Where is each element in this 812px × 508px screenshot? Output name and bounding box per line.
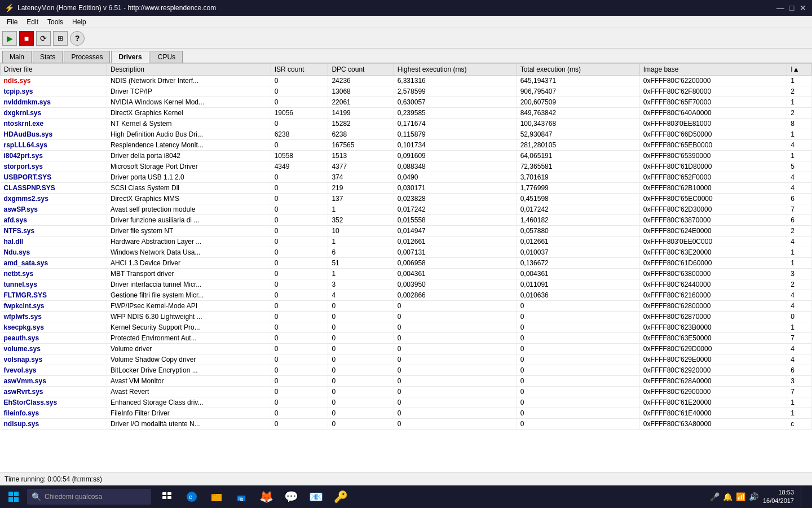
tab-drivers[interactable]: Drivers <box>111 51 149 63</box>
table-row[interactable]: ntoskrnl.exeNT Kernel & System0152820,17… <box>1 119 812 129</box>
cell-6: 0xFFFF80C'62800000 <box>639 301 787 312</box>
table-row[interactable]: dxgkrnl.sysDirectX Graphics Kernel190561… <box>1 108 812 119</box>
cell-7: 2 <box>787 226 812 237</box>
taskbar-search[interactable]: 🔍 Chiedemi qualcosa <box>27 489 151 505</box>
notification-icon[interactable]: 🔔 <box>723 492 732 501</box>
tab-processes[interactable]: Processes <box>64 51 110 63</box>
col-isr-count[interactable]: ISR count <box>271 64 328 76</box>
maximize-button[interactable]: □ <box>787 3 796 12</box>
table-row[interactable]: aswSP.sysAvast self protection module010… <box>1 204 812 215</box>
table-row[interactable]: rspLLL64.sysResplendence Latency Monit..… <box>1 140 812 151</box>
table-row[interactable]: volsnap.sysVolume Shadow Copy driver0000… <box>1 354 812 365</box>
col-image-base[interactable]: Image base <box>639 64 787 76</box>
cell-1: Gestione filtri file system Micr... <box>107 290 271 301</box>
table-row[interactable]: dxgmms2.sysDirectX Graphics MMS01370,023… <box>1 194 812 204</box>
cell-4: 6,331316 <box>394 76 517 86</box>
menu-edit[interactable]: Edit <box>22 17 43 27</box>
cell-7: 6 <box>787 365 812 376</box>
table-row[interactable]: afd.sysDriver funzione ausiliaria di ...… <box>1 215 812 226</box>
table-row[interactable]: netbt.sysMBT Transport driver010,0043610… <box>1 269 812 279</box>
cell-5: 0 <box>517 376 639 387</box>
app7-button[interactable]: 📧 <box>304 485 327 508</box>
table-row[interactable]: tcpip.sysDriver TCP/IP0130682,578599906,… <box>1 86 812 97</box>
task-view-button[interactable] <box>156 485 178 508</box>
table-row[interactable]: fwpkclnt.sysFWP/IPsec Kernel-Mode API000… <box>1 301 812 312</box>
clock[interactable]: 18:53 16/04/2017 <box>763 488 794 506</box>
tab-main[interactable]: Main <box>2 51 32 63</box>
table-row[interactable]: hal.dllHardware Abstraction Layer ...010… <box>1 237 812 247</box>
table-row[interactable]: wfplwfs.sysWFP NDIS 6.30 Lightweight ...… <box>1 312 812 322</box>
minimize-button[interactable]: — <box>776 3 785 12</box>
cell-1: High Definition Audio Bus Dri... <box>107 129 271 140</box>
table-row[interactable]: aswVmm.sysAvast VM Monitor00000xFFFF80C'… <box>1 376 812 387</box>
svg-rect-2 <box>8 497 13 502</box>
cell-2: 10558 <box>271 151 328 161</box>
cell-7: 4 <box>787 237 812 247</box>
volume-icon[interactable]: 🔊 <box>749 492 758 501</box>
cell-5: 200,607509 <box>517 97 639 108</box>
col-description[interactable]: Description <box>107 64 271 76</box>
cell-3: 10 <box>328 226 394 237</box>
table-row[interactable]: i8042prt.sysDriver della porta i80421055… <box>1 151 812 161</box>
table-row[interactable]: FLTMGR.SYSGestione filtri file system Mi… <box>1 290 812 301</box>
table-row[interactable]: storport.sysMicrosoft Storage Port Drive… <box>1 161 812 172</box>
table-row[interactable]: aswRvrt.sysAvast Revert00000xFFFF80C'629… <box>1 387 812 397</box>
copy-button[interactable]: ⊞ <box>53 31 68 46</box>
cell-5: 0 <box>517 312 639 322</box>
table-row[interactable]: HDAudBus.sysHigh Definition Audio Bus Dr… <box>1 129 812 140</box>
tab-cpus[interactable]: CPUs <box>151 51 183 63</box>
show-desktop-button[interactable] <box>801 487 805 507</box>
table-row[interactable]: ndis.sysNDIS (Network Driver Interf...02… <box>1 76 812 86</box>
app8-button[interactable]: 🔑 <box>329 485 352 508</box>
col-dpc-count[interactable]: DPC count <box>328 64 394 76</box>
cell-0: NTFS.sys <box>1 226 107 237</box>
cell-2: 0 <box>271 258 328 269</box>
table-row[interactable]: tunnel.sysDriver interfaccia tunnel Micr… <box>1 279 812 290</box>
menu-file[interactable]: File <box>2 17 22 27</box>
cell-2: 0 <box>271 194 328 204</box>
table-row[interactable]: nvlddmkm.sysNVIDIA Windows Kernel Mod...… <box>1 97 812 108</box>
close-button[interactable]: ✕ <box>798 3 807 12</box>
table-row[interactable]: Ndu.sysWindows Network Data Usa...060,00… <box>1 247 812 258</box>
cell-6: 0xFFFF80C'66D50000 <box>639 129 787 140</box>
edge-button[interactable]: e <box>180 485 203 508</box>
cell-3: 0 <box>328 322 394 333</box>
table-row[interactable]: ksecpkg.sysKernel Security Support Pro..… <box>1 322 812 333</box>
table-row[interactable]: CLASSPNP.SYSSCSI Class System Dll02190,0… <box>1 183 812 194</box>
stop-button[interactable]: ■ <box>19 31 34 46</box>
network-icon[interactable]: 📶 <box>736 492 745 501</box>
col-driver-file[interactable]: Driver file <box>1 64 107 76</box>
cell-4: 0,171674 <box>394 119 517 129</box>
cell-3: 4377 <box>328 161 394 172</box>
explorer-button[interactable] <box>205 485 228 508</box>
table-row[interactable]: EhStorClass.sysEnhanced Storage Class dr… <box>1 397 812 408</box>
table-row[interactable]: volume.sysVolume driver00000xFFFF80C'629… <box>1 344 812 354</box>
col-total-exec[interactable]: Total execution (ms) <box>517 64 639 76</box>
col-highest-exec[interactable]: Highest execution (ms) <box>394 64 517 76</box>
refresh-button[interactable]: ⟳ <box>36 31 51 46</box>
table-row[interactable]: ndisup.sysDriver I/O modalità utente N..… <box>1 419 812 430</box>
table-row[interactable]: fvevol.sysBitLocker Drive Encryption ...… <box>1 365 812 376</box>
app6-button[interactable]: 💬 <box>280 485 302 508</box>
store-button[interactable]: 🛍 <box>230 485 253 508</box>
cell-1: Driver TCP/IP <box>107 86 271 97</box>
cell-6: 0xFFFF80C'62440000 <box>639 279 787 290</box>
table-row[interactable]: peauth.sysProtected Environment Aut...00… <box>1 333 812 344</box>
table-row[interactable]: NTFS.sysDriver file system NT0100,014947… <box>1 226 812 237</box>
table-row[interactable]: amd_sata.sysAHCI 1.3 Device Driver0510,0… <box>1 258 812 269</box>
cell-4: 0 <box>394 344 517 354</box>
menu-help[interactable]: Help <box>68 17 91 27</box>
col-index[interactable]: I▲ <box>787 64 812 76</box>
cell-4: 0,101734 <box>394 140 517 151</box>
firefox-button[interactable]: 🦊 <box>255 485 277 508</box>
table-row[interactable]: USBPORT.SYSDriver porta USB 1.1 2.003740… <box>1 172 812 183</box>
menu-tools[interactable]: Tools <box>43 17 68 27</box>
table-row[interactable]: fileinfo.sysFileInfo Filter Driver00000x… <box>1 408 812 419</box>
start-button[interactable] <box>2 485 25 508</box>
cell-1: SCSI Class System Dll <box>107 183 271 194</box>
play-button[interactable]: ▶ <box>2 31 17 46</box>
cell-6: 0xFFFF80C'62B10000 <box>639 183 787 194</box>
help-button[interactable]: ? <box>70 31 85 46</box>
tab-stats[interactable]: Stats <box>33 51 63 63</box>
cell-4: 0,014947 <box>394 226 517 237</box>
